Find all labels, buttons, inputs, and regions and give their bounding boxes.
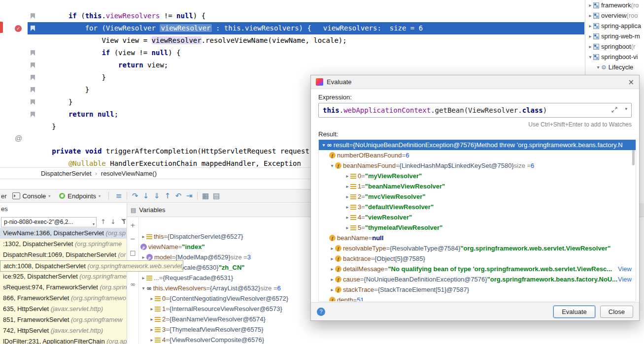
chevron-right-icon[interactable]: ▸ (329, 287, 335, 292)
stack-frame-row[interactable]: 866, FrameworkServlet (org.springframewo (0, 293, 127, 304)
variable-row[interactable]: ▸4 = {ViewResolverComposite@6576} (138, 335, 644, 344)
result-tree-row[interactable]: ▸5 = "thymeleafViewResolver" (319, 222, 636, 233)
debugger-tab-clipped[interactable]: er (1, 192, 7, 200)
chevron-right-icon[interactable]: ▸ (344, 194, 350, 199)
variable-row[interactable]: ▸3 = {ThymeleafViewResolver@6575} (138, 324, 644, 335)
view-link[interactable]: View (618, 276, 636, 283)
stack-frame-row[interactable]: 851, FrameworkServlet (org.springframew (0, 314, 127, 325)
chevron-right-icon[interactable]: ▸ (149, 296, 155, 301)
result-tree-row[interactable]: ▾fbeanNamesFound = {LinkedHashMap$Linked… (319, 160, 636, 171)
result-tree-row[interactable]: ▸fstackTrace = {StackTraceElement[51]@75… (319, 284, 636, 295)
history-dropdown-icon[interactable]: ▾ (625, 106, 627, 111)
view-as-table-icon[interactable]: ▦ (200, 191, 211, 200)
tab-endpoints[interactable]: Endpoints ▾ (56, 189, 104, 202)
maven-tree-row[interactable]: ▾springboot-vi (585, 52, 644, 62)
stack-frame-row[interactable]: ice:925, DispatcherServlet (org.springfr… (0, 271, 127, 282)
tab-options-icon[interactable]: ▾ (48, 194, 50, 198)
dialog-titlebar[interactable]: Evaluate × (311, 75, 639, 89)
tab-options-icon[interactable]: ▾ (99, 194, 101, 198)
maven-tree-row[interactable]: ▸springboot (r (585, 41, 644, 52)
result-tree-row[interactable]: ▸4 = "viewResolver" (319, 212, 636, 222)
stack-frame-row[interactable]: 635, HttpServlet (javax.servlet.http) (0, 304, 127, 314)
view-link[interactable]: View (618, 265, 636, 273)
chevron-right-icon[interactable]: ▸ (344, 215, 350, 220)
settings-menu-icon[interactable]: ≡ (113, 191, 124, 200)
duplicate-watch-icon[interactable]: □ (127, 249, 138, 256)
next-frame-icon[interactable]: ↓ (110, 218, 116, 225)
step-into-icon[interactable]: ↓ (140, 191, 151, 200)
result-tree-row[interactable]: fnumberOfBeansFound = 6 (319, 150, 636, 160)
stack-frame-row[interactable]: :1302, DispatcherServlet (org.springfram… (0, 239, 127, 250)
result-tree-row[interactable]: ▸1 = "beanNameViewResolver" (319, 181, 636, 191)
chevron-right-icon[interactable]: ▸ (149, 316, 155, 322)
expand-icon[interactable] (611, 107, 617, 113)
force-step-into-icon[interactable]: ⇓ (151, 191, 162, 200)
chevron-right-icon[interactable]: ▸ (329, 246, 335, 251)
evaluate-button[interactable]: Evaluate (553, 306, 595, 318)
stack-frame-row[interactable]: atch:1008, DispatcherServlet (org.spring… (0, 260, 183, 272)
chevron-right-icon[interactable]: ▸ (587, 13, 593, 18)
help-icon[interactable]: ? (317, 308, 325, 316)
tab-console[interactable]: Console ▾ (9, 189, 54, 202)
chevron-right-icon[interactable]: ▸ (329, 277, 335, 282)
chevron-right-icon[interactable]: ▸ (587, 2, 593, 8)
result-tree-row[interactable]: ▸0 = "myViewResolver" (319, 171, 636, 181)
maven-tree-row[interactable]: ▸spring-applica (585, 21, 644, 31)
chevron-right-icon[interactable]: ▸ (587, 44, 593, 49)
maven-tree-row[interactable]: ▸overview (roo (585, 10, 644, 21)
result-tree-row[interactable]: fdepth = 51 (319, 295, 636, 302)
thread-selector[interactable]: p-nio-8080-exec-2"@6,2... ▾ (1, 217, 97, 227)
chevron-down-icon[interactable]: ▾ (329, 163, 335, 168)
result-tree-row[interactable]: ▸fdetailMessage = "No qualifying bean of… (319, 264, 636, 274)
stack-frame-row[interactable]: sRequest:974, FrameworkServlet (org.spri… (0, 282, 127, 293)
maven-tree-row[interactable]: ▸framework (ro (585, 0, 644, 10)
chevron-down-icon[interactable]: ▾ (140, 285, 146, 291)
breadcrumb-method[interactable]: resolveViewName() (101, 170, 157, 177)
result-tree-row[interactable]: ▸2 = "mvcViewResolver" (319, 191, 636, 202)
chevron-right-icon[interactable]: ▸ (587, 23, 593, 29)
chevron-right-icon[interactable]: ▸ (149, 337, 155, 343)
chevron-down-icon[interactable]: ▾ (321, 142, 327, 148)
step-over-icon[interactable]: ↷ (130, 191, 140, 200)
chevron-right-icon[interactable]: ▸ (140, 254, 146, 260)
previous-frame-icon[interactable]: ↑ (101, 218, 106, 225)
stack-frame-row[interactable]: ViewName:1366, DispatcherServlet (org.sp (0, 228, 127, 239)
result-tree-row[interactable]: ▸fbacktrace = {Object[5]@7585} (319, 253, 636, 264)
step-out-icon[interactable]: ↑ (162, 191, 173, 200)
chevron-right-icon[interactable]: ▸ (329, 266, 335, 272)
layout-icon[interactable]: ▤ (131, 207, 136, 214)
result-tree-row[interactable]: ▸fresolvableType = {ResolvableType@7584}… (319, 243, 636, 253)
chevron-down-icon[interactable]: ▾ (595, 64, 601, 70)
chevron-right-icon[interactable]: ▸ (344, 173, 350, 179)
stack-frame-row[interactable]: 742, HttpServlet (javax.servlet.http) (0, 325, 127, 336)
expression-input[interactable]: this.webApplicationContext.getBean(ViewR… (318, 103, 632, 118)
breadcrumb-class[interactable]: DispatcherServlet (41, 170, 92, 177)
chevron-down-icon[interactable]: ▾ (587, 54, 593, 60)
chevron-right-icon[interactable]: ▸ (140, 275, 146, 281)
result-tree-row[interactable]: fbeanName = null (319, 233, 636, 243)
close-icon[interactable]: × (628, 78, 634, 87)
drop-frame-icon[interactable]: ↶ (173, 191, 184, 200)
chevron-right-icon[interactable]: ▸ (140, 234, 146, 239)
maven-tree-row[interactable]: ▸spring-web-m (585, 31, 644, 41)
remove-watch-icon[interactable]: − (127, 235, 138, 243)
hide-library-frames-icon[interactable] (121, 219, 127, 224)
result-tree-row[interactable]: ▾∞result = {NoUniqueBeanDefinitionExcept… (319, 140, 636, 150)
stack-frame-row[interactable]: lDoFilter:231, ApplicationFilterChain (o… (0, 336, 127, 344)
breakpoint-icon[interactable]: ✓ (15, 25, 22, 32)
chevron-right-icon[interactable]: ▸ (344, 184, 350, 189)
run-to-cursor-icon[interactable]: ⇥ (184, 191, 195, 200)
result-tree-row[interactable]: ▸3 = "defaultViewResolver" (319, 202, 636, 212)
chevron-right-icon[interactable]: ▸ (344, 225, 350, 230)
chevron-right-icon[interactable]: ▸ (587, 33, 593, 39)
add-watch-icon[interactable]: + (127, 221, 138, 229)
chevron-right-icon[interactable]: ▸ (149, 306, 155, 312)
maven-tree-row[interactable]: ▾⚙Lifecycle (585, 62, 644, 72)
result-tree-row[interactable]: ▸fcause = {NoUniqueBeanDefinitionExcepti… (319, 274, 636, 284)
chevron-right-icon[interactable]: ▸ (149, 327, 155, 332)
chevron-right-icon[interactable]: ▸ (329, 256, 335, 261)
layout-settings-icon[interactable]: ▤ (211, 191, 222, 200)
stack-frame-row[interactable]: DispatchResult:1069, DispatcherServlet (… (0, 250, 127, 260)
close-button[interactable]: Close (600, 306, 633, 318)
chevron-right-icon[interactable]: ▸ (344, 204, 350, 210)
